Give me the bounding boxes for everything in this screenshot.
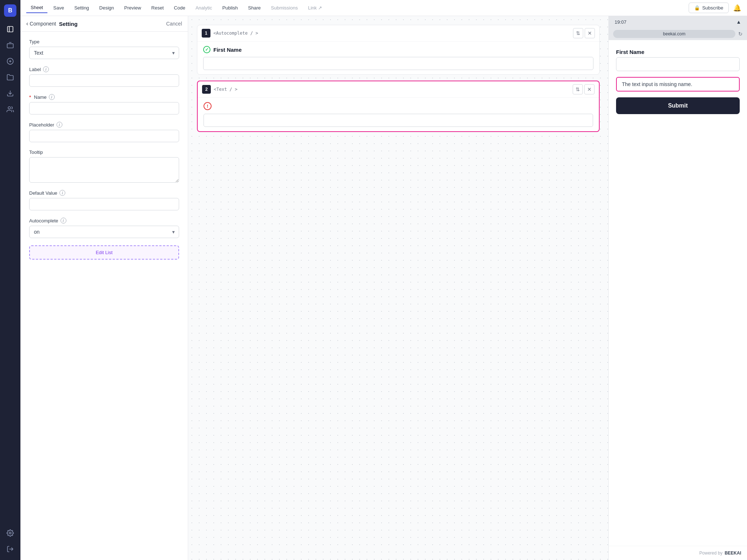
name-info-icon[interactable]: i [49, 94, 55, 100]
svg-point-8 [9, 532, 11, 534]
sidebar: B [0, 0, 20, 560]
refresh-icon[interactable]: ↻ [738, 31, 743, 37]
back-label: Component [30, 21, 56, 27]
card-2-error-icon: ! [204, 102, 212, 110]
nav-code[interactable]: Code [170, 3, 190, 13]
card-2-input-preview [204, 114, 593, 127]
nav-submissions[interactable]: Submissions [267, 3, 302, 13]
nav-share[interactable]: Share [244, 3, 265, 13]
card-2-body: ! [198, 98, 599, 131]
card-2-field-label: ! [204, 102, 593, 110]
nav-save[interactable]: Save [49, 3, 69, 13]
name-field-group: * Name i [29, 94, 179, 114]
name-input[interactable] [29, 102, 179, 114]
footer-powered-by-text: Powered by [699, 551, 722, 556]
card-1-close-button[interactable]: ✕ [585, 28, 595, 38]
nav-reset[interactable]: Reset [147, 3, 168, 13]
sidebar-item-logout[interactable] [4, 542, 17, 556]
type-field-group: Type Text ▾ [29, 39, 179, 59]
autocomplete-select[interactable]: on off [29, 226, 179, 238]
nav-analytic[interactable]: Analytic [191, 3, 217, 13]
placeholder-field-group: Placeholder i [29, 122, 179, 142]
label-info-icon[interactable]: i [43, 66, 49, 72]
autocomplete-info-icon[interactable]: i [61, 218, 66, 223]
card-2-reorder-button[interactable]: ⇅ [573, 84, 583, 94]
back-arrow-icon: ‹ [26, 20, 28, 27]
tooltip-field-group: Tooltip [29, 149, 179, 183]
sidebar-item-page[interactable] [4, 23, 17, 36]
wifi-icon: ▲ [736, 19, 741, 25]
nav-publish[interactable]: Publish [218, 3, 242, 13]
preview-firstname-input[interactable] [616, 57, 740, 71]
time-display: 19:07 [615, 19, 627, 25]
card-1-actions: ⇅ ✕ [573, 28, 595, 38]
topnav: Sheet Save Setting Design Preview Reset … [20, 0, 747, 16]
card-1-tag: <Autocomplete / > [213, 31, 258, 36]
lock-icon: 🔒 [694, 5, 700, 11]
type-select[interactable]: Text [29, 47, 179, 59]
preview-footer: Powered by BEEKAI [609, 546, 747, 560]
app-logo: B [4, 4, 16, 17]
url-bar: beekai.com ↻ [609, 28, 747, 40]
back-button[interactable]: ‹ Component [26, 20, 56, 27]
sidebar-item-settings[interactable] [4, 526, 17, 540]
card-1-number: 1 [202, 29, 210, 38]
default-value-info-icon[interactable]: i [59, 190, 65, 196]
beekai-brand-logo: BEEKAI [725, 551, 741, 556]
type-label: Type [29, 39, 179, 44]
svg-point-7 [8, 107, 11, 109]
phone-status-bar: 19:07 ▲ [609, 16, 747, 28]
tooltip-textarea[interactable] [29, 157, 179, 183]
sidebar-item-layers[interactable] [4, 39, 17, 52]
notifications-icon[interactable]: 🔔 [733, 4, 741, 12]
nav-design[interactable]: Design [95, 3, 118, 13]
label-field-group: Label i [29, 66, 179, 87]
nav-setting[interactable]: Setting [70, 3, 93, 13]
svg-rect-0 [8, 27, 13, 32]
card-2-number: 2 [202, 85, 211, 94]
settings-panel: ‹ Component Setting Cancel Type Text [20, 16, 188, 560]
nav-sheet[interactable]: Sheet [26, 3, 47, 13]
card-1-header: 1 <Autocomplete / > ⇅ ✕ [197, 25, 599, 42]
submit-button[interactable]: Submit [616, 97, 740, 114]
card-2-header: 2 <Text / > ⇅ ✕ [198, 81, 599, 98]
sidebar-item-users[interactable] [4, 103, 17, 116]
label-input[interactable] [29, 74, 179, 87]
placeholder-input[interactable] [29, 130, 179, 142]
component-card-2[interactable]: 2 <Text / > ⇅ ✕ ! [197, 81, 600, 132]
card-1-reorder-button[interactable]: ⇅ [573, 28, 583, 38]
component-card-1[interactable]: 1 <Autocomplete / > ⇅ ✕ ✓ First Name [197, 25, 600, 75]
panel-header: ‹ Component Setting Cancel [20, 16, 188, 32]
status-icons: ▲ [736, 19, 741, 25]
preview-firstname-label: First Name [616, 49, 740, 55]
card-2-close-button[interactable]: ✕ [584, 84, 595, 94]
preview-panel: 19:07 ▲ beekai.com ↻ First Name The text… [608, 16, 747, 560]
placeholder-info-icon[interactable]: i [57, 122, 62, 128]
canvas-area: 1 <Autocomplete / > ⇅ ✕ ✓ First Name [188, 16, 608, 560]
url-display[interactable]: beekai.com [613, 30, 735, 38]
nav-preview[interactable]: Preview [120, 3, 146, 13]
svg-rect-2 [7, 44, 13, 48]
placeholder-label: Placeholder i [29, 122, 179, 128]
default-value-input[interactable] [29, 198, 179, 210]
tooltip-label: Tooltip [29, 149, 179, 155]
label-label: Label i [29, 66, 179, 72]
cancel-button[interactable]: Cancel [166, 21, 182, 27]
card-1-body: ✓ First Name [197, 42, 599, 74]
autocomplete-label: Autocomplete i [29, 218, 179, 223]
sidebar-item-add[interactable] [4, 55, 17, 68]
card-2-tag: <Text / > [214, 87, 237, 92]
preview-error-message: The text input is missing name. [616, 77, 740, 92]
nav-link[interactable]: Link ↗ [303, 3, 326, 13]
subscribe-button[interactable]: 🔒 Subscribe [689, 3, 729, 13]
subscribe-label: Subscribe [702, 5, 723, 11]
autocomplete-field-group: Autocomplete i on off ▾ [29, 218, 179, 238]
sidebar-item-folder[interactable] [4, 71, 17, 84]
name-label: * Name i [29, 94, 179, 100]
card-1-valid-icon: ✓ [203, 46, 210, 53]
card-1-field-label: ✓ First Name [203, 46, 593, 53]
preview-content: First Name The text input is missing nam… [609, 40, 747, 546]
type-select-wrap: Text ▾ [29, 47, 179, 59]
sidebar-item-download[interactable] [4, 87, 17, 100]
edit-list-button[interactable]: Edit List [29, 245, 179, 260]
